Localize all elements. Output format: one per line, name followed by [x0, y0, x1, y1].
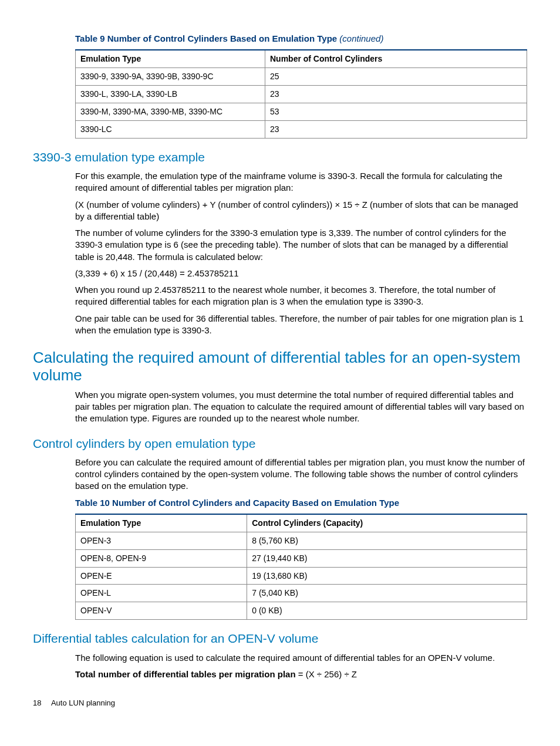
table10-c0: OPEN-V — [76, 602, 247, 620]
table-row: OPEN-38 (5,760 KB) — [76, 532, 527, 549]
table-row: OPEN-V0 (0 KB) — [76, 602, 527, 620]
table9: Emulation Type Number of Control Cylinde… — [75, 49, 527, 138]
footer-chapter: Auto LUN planning — [51, 698, 115, 707]
table-row: OPEN-8, OPEN-927 (19,440 KB) — [76, 549, 527, 567]
table-row: 3390-9, 3390-9A, 3390-9B, 3390-9C25 — [76, 68, 527, 86]
table9-c0: 3390-M, 3390-MA, 3390-MB, 3390-MC — [76, 103, 265, 120]
table9-c1: 53 — [265, 103, 527, 120]
body-text: One pair table can be used for 36 differ… — [75, 313, 527, 337]
table10-header-row: Emulation Type Control Cylinders (Capaci… — [76, 514, 527, 532]
table10-header-emulation: Emulation Type — [76, 514, 247, 532]
table9-c0: 3390-9, 3390-9A, 3390-9B, 3390-9C — [76, 68, 265, 86]
equation-rest: = (X ÷ 256) ÷ Z — [296, 669, 357, 679]
body-text: Before you can calculate the required am… — [75, 457, 527, 492]
body-text: (X (number of volume cylinders) + Y (num… — [75, 199, 527, 223]
table10-caption: Table 10 Number of Control Cylinders and… — [75, 497, 527, 509]
table10-c1: 0 (0 KB) — [247, 602, 527, 620]
table9-c0: 3390-L, 3390-LA, 3390-LB — [76, 86, 265, 103]
table10-c1: 8 (5,760 KB) — [247, 532, 527, 549]
table9-caption-continued: (continued) — [339, 33, 383, 43]
section-control-cylinders-title: Control cylinders by open emulation type — [33, 436, 527, 452]
table10: Emulation Type Control Cylinders (Capaci… — [75, 514, 527, 620]
body-text: The following equation is used to calcul… — [75, 652, 527, 664]
table9-caption-text: Table 9 Number of Control Cylinders Base… — [75, 33, 339, 43]
body-text: When you migrate open-system volumes, yo… — [75, 389, 527, 425]
equation-text: Total number of differential tables per … — [75, 669, 527, 680]
body-text: When you round up 2.453785211 to the nea… — [75, 284, 527, 308]
table9-c1: 25 — [265, 68, 527, 86]
table10-c0: OPEN-8, OPEN-9 — [76, 549, 247, 567]
table9-c1: 23 — [265, 86, 527, 103]
table9-c1: 23 — [265, 120, 527, 138]
body-text: The number of volume cylinders for the 3… — [75, 227, 527, 263]
table-row: 3390-LC23 — [76, 120, 527, 138]
table9-header-row: Emulation Type Number of Control Cylinde… — [76, 50, 527, 67]
table-row: 3390-L, 3390-LA, 3390-LB23 — [76, 86, 527, 103]
equation-bold: Total number of differential tables per … — [75, 669, 296, 679]
table10-c0: OPEN-L — [76, 585, 247, 602]
table10-header-capacity: Control Cylinders (Capacity) — [247, 514, 527, 532]
section-openv-title: Differential tables calculation for an O… — [33, 630, 527, 647]
table9-c0: 3390-LC — [76, 120, 265, 138]
page-footer: 18 Auto LUN planning — [33, 698, 527, 708]
table-row: OPEN-L7 (5,040 KB) — [76, 585, 527, 602]
table9-header-cylinders: Number of Control Cylinders — [265, 50, 527, 67]
body-text: For this example, the emulation type of … — [75, 170, 527, 194]
table-row: 3390-M, 3390-MA, 3390-MB, 3390-MC53 — [76, 103, 527, 120]
table10-c0: OPEN-E — [76, 567, 247, 585]
table9-caption: Table 9 Number of Control Cylinders Base… — [75, 33, 527, 45]
table-row: OPEN-E19 (13,680 KB) — [76, 567, 527, 585]
page-number: 18 — [33, 698, 49, 708]
table10-c1: 19 (13,680 KB) — [247, 567, 527, 585]
table9-header-emulation: Emulation Type — [76, 50, 265, 67]
section-3390-3-title: 3390-3 emulation type example — [33, 149, 527, 166]
table10-c1: 7 (5,040 KB) — [247, 585, 527, 602]
table10-c0: OPEN-3 — [76, 532, 247, 549]
table10-c1: 27 (19,440 KB) — [247, 549, 527, 567]
section-open-system-title: Calculating the required amount of diffe… — [33, 349, 527, 384]
body-text: (3,339 + 6) x 15 / (20,448) = 2.45378521… — [75, 268, 527, 279]
